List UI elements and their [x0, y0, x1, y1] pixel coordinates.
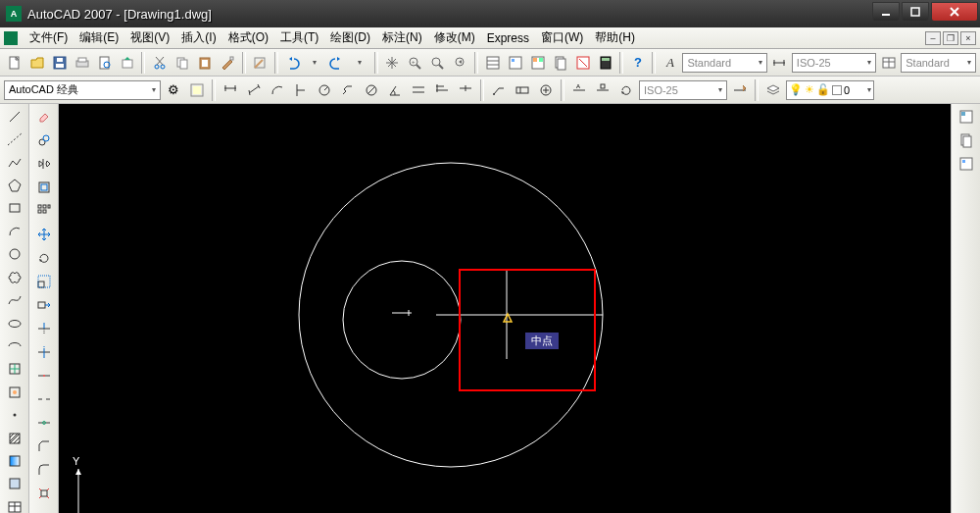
close-button[interactable] — [931, 2, 978, 22]
mdi-minimize[interactable]: – — [925, 31, 941, 45]
zoom-previous-icon[interactable] — [450, 52, 470, 74]
minimize-button[interactable] — [872, 2, 900, 22]
mdi-close[interactable]: × — [960, 31, 976, 45]
array-icon[interactable] — [33, 200, 55, 222]
dim-angular-icon[interactable] — [384, 79, 406, 101]
dim-ordinate-icon[interactable] — [290, 79, 312, 101]
plot-icon[interactable] — [72, 52, 92, 74]
menu-help[interactable]: 帮助(H) — [589, 27, 641, 48]
maximize-button[interactable] — [902, 2, 929, 22]
tool-palettes-icon[interactable] — [527, 52, 548, 74]
cut-icon[interactable] — [149, 52, 170, 74]
design-center-icon[interactable] — [505, 52, 525, 74]
copy-object-icon[interactable] — [33, 129, 55, 151]
rotate-icon[interactable] — [33, 247, 55, 269]
mirror-icon[interactable] — [33, 153, 55, 175]
match-prop-icon[interactable] — [218, 52, 238, 74]
zoom-window-icon[interactable] — [427, 52, 448, 74]
dim-arc-icon[interactable] — [267, 79, 288, 101]
plot-preview-icon[interactable] — [94, 52, 115, 74]
dim-edit-icon[interactable]: A — [568, 79, 590, 101]
sheet-set-icon[interactable] — [550, 52, 570, 74]
dc-toggle-icon[interactable] — [956, 153, 977, 175]
menu-insert[interactable]: 插入(I) — [175, 27, 221, 48]
fillet-icon[interactable] — [33, 459, 55, 481]
dim-linear-icon[interactable] — [220, 79, 241, 101]
trim-icon[interactable] — [33, 318, 55, 339]
table-style-combo[interactable]: Standard▾ — [901, 53, 976, 73]
move-icon[interactable] — [33, 224, 55, 245]
revision-cloud-icon[interactable] — [4, 267, 25, 287]
dim-baseline-icon[interactable] — [431, 79, 453, 101]
point-icon[interactable] — [4, 404, 25, 425]
chamfer-icon[interactable] — [33, 436, 55, 457]
dim-aligned-icon[interactable] — [243, 79, 265, 101]
dim-continue-icon[interactable] — [455, 79, 476, 101]
arc-icon[interactable] — [4, 221, 25, 241]
gradient-icon[interactable] — [4, 450, 25, 471]
dim-text-edit-icon[interactable] — [592, 79, 613, 101]
center-mark-icon[interactable] — [535, 79, 557, 101]
dim-update-icon[interactable] — [615, 79, 637, 101]
table-icon[interactable] — [4, 496, 25, 513]
dim-jogged-icon[interactable] — [337, 79, 359, 101]
sheet-set-toggle-icon[interactable] — [956, 129, 977, 151]
make-block-icon[interactable] — [4, 382, 25, 402]
menu-draw[interactable]: 绘图(D) — [324, 27, 376, 48]
new-icon[interactable] — [4, 52, 24, 74]
workspace-combo[interactable]: AutoCAD 经典▾ — [4, 80, 161, 100]
leader-icon[interactable] — [488, 79, 510, 101]
spline-icon[interactable] — [4, 289, 25, 310]
menu-view[interactable]: 视图(V) — [124, 27, 175, 48]
stretch-icon[interactable] — [33, 294, 55, 316]
redo-drop-icon[interactable]: ▾ — [350, 52, 370, 74]
join-icon[interactable] — [33, 412, 55, 434]
erase-icon[interactable] — [33, 106, 55, 128]
dim-radius-icon[interactable] — [314, 79, 335, 101]
mdi-restore[interactable]: ❐ — [943, 31, 958, 45]
layer-combo[interactable]: 💡 ☀ 🔓 0 ▾ — [786, 80, 874, 100]
break-icon[interactable] — [33, 388, 55, 410]
hatch-icon[interactable] — [4, 428, 25, 448]
table-style-icon[interactable] — [878, 52, 899, 74]
polyline-icon[interactable] — [4, 152, 25, 173]
dim-diameter-icon[interactable] — [361, 79, 382, 101]
region-icon[interactable] — [4, 474, 25, 494]
dim-style-combo[interactable]: ISO-25▾ — [639, 80, 727, 100]
zoom-realtime-icon[interactable]: + — [405, 52, 425, 74]
copy-icon[interactable] — [172, 52, 192, 74]
undo-icon[interactable] — [282, 52, 303, 74]
paste-icon[interactable] — [195, 52, 216, 74]
menu-dim[interactable]: 标注(N) — [376, 27, 428, 48]
layer-manager-icon[interactable] — [762, 79, 784, 101]
block-editor-icon[interactable] — [250, 52, 270, 74]
break-at-point-icon[interactable] — [33, 365, 55, 386]
menu-format[interactable]: 格式(O) — [222, 27, 274, 48]
pan-icon[interactable] — [382, 52, 403, 74]
extend-icon[interactable] — [33, 341, 55, 363]
save-icon[interactable] — [49, 52, 70, 74]
tolerance-icon[interactable] — [512, 79, 533, 101]
my-workspace-icon[interactable] — [186, 79, 208, 101]
circle-icon[interactable] — [4, 244, 25, 265]
menu-window[interactable]: 窗口(W) — [535, 27, 589, 48]
menu-file[interactable]: 文件(F) — [24, 27, 74, 48]
ellipse-icon[interactable] — [4, 313, 25, 333]
properties-icon[interactable] — [482, 52, 503, 74]
offset-icon[interactable] — [33, 177, 55, 198]
polygon-icon[interactable] — [4, 175, 25, 195]
menu-express[interactable]: Express — [481, 29, 535, 47]
text-style-combo[interactable]: Standard▾ — [682, 53, 766, 73]
help-icon[interactable]: ? — [627, 52, 648, 74]
workspace-settings-icon[interactable]: ⚙ — [163, 79, 184, 101]
dim-style-control-icon[interactable] — [729, 79, 751, 101]
scale-icon[interactable] — [33, 271, 55, 292]
dim-style-combo-a[interactable]: ISO-25▾ — [792, 53, 876, 73]
construction-line-icon[interactable] — [4, 128, 25, 149]
menu-edit[interactable]: 编辑(E) — [74, 27, 124, 48]
line-icon[interactable] — [4, 106, 25, 127]
insert-block-icon[interactable] — [4, 359, 25, 380]
ellipse-arc-icon[interactable] — [4, 335, 25, 356]
redo-icon[interactable] — [327, 52, 348, 74]
markup-icon[interactable] — [572, 52, 593, 74]
